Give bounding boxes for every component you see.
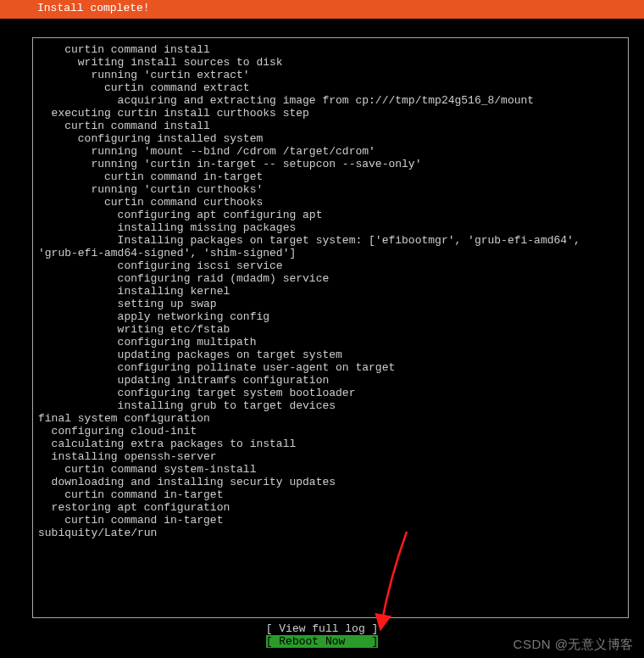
install-header: Install complete! <box>0 0 644 17</box>
watermark-text: CSDN @无意义博客 <box>514 637 634 653</box>
main-area: curtin command install writing install s… <box>0 19 644 658</box>
install-log-box: curtin command install writing install s… <box>32 37 629 618</box>
view-full-log-button[interactable]: [ View full log ] <box>266 622 379 635</box>
header-title: Install complete! <box>37 2 150 14</box>
reboot-now-button[interactable]: [ Reboot Now ] <box>266 635 379 648</box>
install-log-text: curtin command install writing install s… <box>38 43 580 539</box>
